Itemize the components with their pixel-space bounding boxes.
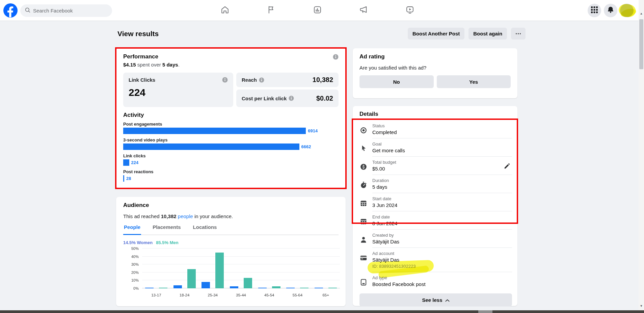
women-bar	[286, 288, 295, 288]
age-group-18-24	[170, 269, 199, 288]
legend-men: 85.5% Men	[156, 240, 178, 245]
horizontal-scrollbar[interactable]	[0, 310, 644, 313]
activity-bar-row: 3-second video plays 6662	[123, 137, 339, 150]
women-bar	[173, 285, 182, 288]
tab-locations[interactable]: Locations	[192, 224, 218, 235]
age-group-65+	[312, 288, 340, 288]
age-group-35-44	[227, 278, 255, 288]
dollar-icon	[359, 160, 368, 171]
details-row: Total budget $5.00	[359, 157, 512, 175]
rating-no-button[interactable]: No	[359, 75, 434, 88]
activity-bar	[123, 159, 129, 166]
activity-category-label: Post reactions	[123, 169, 339, 174]
tab-people[interactable]: People	[123, 224, 141, 235]
apps-grid-icon	[591, 6, 598, 15]
men-bar	[187, 269, 196, 288]
nav-tabs	[202, 0, 433, 21]
detail-sub-value: ID: 838932451302223	[372, 264, 512, 269]
info-icon[interactable]	[333, 54, 339, 60]
boost-another-post-button[interactable]: Boost Another Post	[408, 28, 464, 40]
reach-label: Reach	[242, 77, 257, 83]
audience-title: Audience	[123, 202, 339, 209]
x-axis-tick-label: 35-44	[227, 293, 255, 297]
women-bar	[202, 282, 210, 288]
activity-bar	[123, 128, 306, 134]
pages-tab[interactable]	[248, 0, 294, 21]
women-bar	[145, 288, 154, 288]
details-row: Goal Get more calls	[359, 138, 512, 157]
boost-again-button[interactable]: Boost again	[468, 28, 507, 40]
home-tab[interactable]	[202, 0, 248, 21]
y-axis-tick-label: 0%	[123, 286, 139, 290]
detail-label: End date	[372, 214, 512, 219]
activity-value: 224	[131, 160, 139, 165]
details-row: Ad type Boosted Facebook post	[359, 272, 512, 290]
age-gender-chart: 0%10%20%30%40%50% 13-1718-2425-3435-4445…	[123, 247, 339, 298]
info-icon[interactable]	[289, 96, 294, 101]
detail-value: Boosted Facebook post	[372, 281, 512, 287]
edit-budget-button[interactable]	[504, 162, 511, 171]
detail-value: Sätyäjit Das	[372, 257, 512, 263]
pages-flag-icon	[266, 5, 276, 16]
detail-label: Created by	[372, 233, 512, 238]
details-row: Ad account Sätyäjit Das ID: 838932451302…	[359, 248, 512, 272]
calendar-icon	[359, 196, 368, 207]
highlight-annotation	[618, 2, 637, 19]
chevron-up-icon	[445, 297, 450, 303]
activity-bar	[123, 175, 124, 182]
x-axis-tick-label: 18-24	[170, 293, 199, 297]
ad-rating-card: Ad rating Are you satisfied with this ad…	[353, 48, 517, 98]
men-bar	[300, 288, 308, 288]
apps-menu-button[interactable]	[588, 4, 601, 17]
ads-manager-tab[interactable]	[294, 0, 341, 21]
detail-value: Sätyäjit Das	[372, 239, 512, 244]
see-less-button[interactable]: See less	[359, 293, 512, 306]
vertical-scrollbar[interactable]: ▲ ▼	[639, 0, 644, 310]
men-bar	[215, 253, 224, 288]
gender-legend: 14.5% Women 85.5% Men	[123, 240, 339, 245]
audience-tabs: People Placements Locations	[123, 224, 339, 235]
detail-value: 8 Jun 2024	[372, 220, 512, 226]
y-axis-tick-label: 40%	[123, 255, 139, 259]
search-input[interactable]: Search Facebook	[20, 4, 112, 17]
audience-reach-sentence: This ad reached 10,382 people in your au…	[123, 213, 339, 219]
tab-placements[interactable]: Placements	[152, 224, 181, 235]
y-axis-tick-label: 10%	[123, 278, 139, 282]
vertical-scrollbar-thumb[interactable]	[639, 19, 643, 69]
horizontal-scrollbar-thumb[interactable]	[478, 310, 492, 313]
info-icon[interactable]	[222, 77, 228, 83]
facebook-logo[interactable]	[3, 3, 18, 18]
details-row: Status Completed	[359, 120, 512, 138]
person-icon	[359, 233, 368, 243]
scroll-up-arrow[interactable]: ▲	[639, 11, 644, 16]
legend-women: 14.5% Women	[123, 240, 153, 245]
x-axis-tick-label: 25-34	[198, 293, 227, 297]
detail-label: Duration	[372, 178, 512, 183]
more-options-button[interactable]: ⋯	[511, 28, 526, 40]
men-bar	[159, 288, 167, 288]
notifications-button[interactable]	[604, 4, 617, 17]
cursor-icon	[359, 141, 368, 152]
video-tab[interactable]	[387, 0, 433, 21]
link-clicks-label: Link Clicks	[129, 77, 155, 83]
top-navigation-bar: Search Facebook	[0, 0, 644, 21]
rating-yes-button[interactable]: Yes	[437, 75, 511, 88]
info-icon[interactable]	[259, 77, 264, 83]
people-link[interactable]: people	[178, 213, 193, 219]
scroll-down-arrow[interactable]: ▼	[639, 303, 644, 309]
activity-category-label: Link clicks	[123, 153, 339, 158]
performance-card: Performance $4.15 spent over 5 days. Lin…	[116, 48, 346, 188]
audience-card: Audience This ad reached 10,382 people i…	[116, 197, 346, 306]
detail-label: Ad type	[372, 275, 512, 280]
profile-avatar[interactable]	[620, 4, 634, 17]
men-bar	[272, 286, 280, 288]
activity-bar-row: Post engagements 6914	[123, 122, 339, 134]
detail-value: 3 Jun 2024	[372, 202, 512, 208]
promotions-tab[interactable]	[341, 0, 387, 21]
performance-title: Performance	[123, 53, 158, 60]
activity-bar-row: Link clicks 224	[123, 153, 339, 166]
ads-chart-icon	[313, 5, 322, 16]
age-group-25-34	[198, 253, 227, 288]
card-icon	[359, 251, 368, 262]
stopwatch-icon	[359, 178, 368, 189]
